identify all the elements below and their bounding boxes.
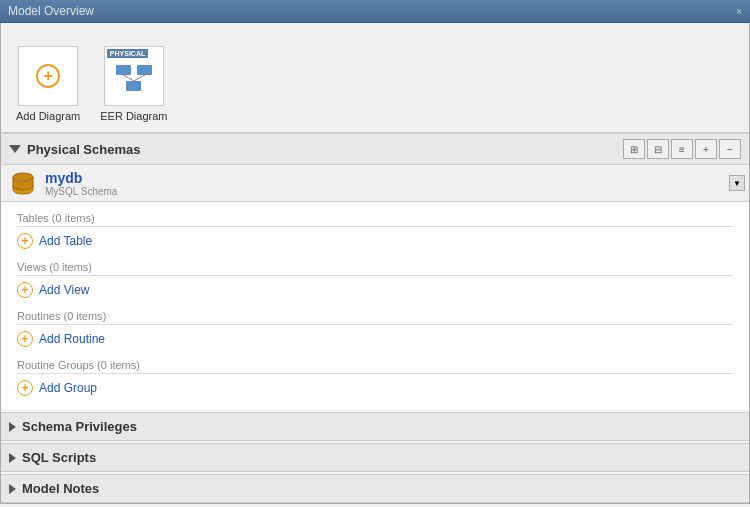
views-label: Views (0 items) (17, 257, 733, 276)
model-notes-expand-icon (9, 484, 16, 494)
schema-name: mydb (45, 170, 117, 186)
remove-schema-button[interactable]: − (719, 139, 741, 159)
schema-privileges-section[interactable]: Schema Privileges (1, 412, 749, 441)
title-bar-text: Model Overview (8, 4, 736, 18)
add-table-row[interactable]: + Add Table (17, 229, 733, 253)
add-view-label: Add View (39, 283, 89, 297)
model-notes-section[interactable]: Model Notes (1, 474, 749, 503)
svg-rect-1 (137, 65, 152, 75)
routines-label: Routines (0 items) (17, 306, 733, 325)
routine-groups-count: (0 items) (97, 359, 140, 371)
routine-groups-label: Routine Groups (0 items) (17, 355, 733, 374)
add-view-row[interactable]: + Add View (17, 278, 733, 302)
schema-bar[interactable]: mydb MySQL Schema ▼ (1, 165, 749, 202)
sql-scripts-label: SQL Scripts (22, 450, 96, 465)
add-diagram-item[interactable]: + Add Diagram (16, 46, 80, 122)
add-circle-icon: + (36, 64, 60, 88)
schema-info: mydb MySQL Schema (45, 170, 117, 197)
main-container: + Add Diagram PHYSICAL EER Diagram (0, 23, 750, 504)
title-bar: Model Overview × (0, 0, 750, 23)
svg-point-5 (13, 173, 33, 181)
svg-line-3 (123, 75, 134, 81)
schema-dropdown-button[interactable]: ▼ (729, 175, 745, 191)
add-group-label: Add Group (39, 381, 97, 395)
close-icon[interactable]: × (736, 6, 742, 17)
tables-label: Tables (0 items) (17, 208, 733, 227)
eer-diagram-icon: PHYSICAL (104, 46, 164, 106)
physical-schemas-header-left: Physical Schemas (9, 142, 140, 157)
tables-count: (0 items) (52, 212, 95, 224)
schema-privileges-label: Schema Privileges (22, 419, 137, 434)
svg-line-4 (134, 75, 145, 81)
views-count: (0 items) (49, 261, 92, 273)
add-group-icon: + (17, 380, 33, 396)
database-icon (9, 169, 37, 197)
physical-schemas-title: Physical Schemas (27, 142, 140, 157)
add-diagram-icon: + (18, 46, 78, 106)
svg-rect-2 (126, 81, 141, 91)
routines-count: (0 items) (63, 310, 106, 322)
physical-schemas-header: Physical Schemas ⊞ ⊟ ≡ + − (1, 133, 749, 165)
add-table-label: Add Table (39, 234, 92, 248)
section-header-buttons: ⊞ ⊟ ≡ + − (623, 139, 741, 159)
view-list-icon[interactable]: ≡ (671, 139, 693, 159)
view-grid-icon[interactable]: ⊟ (647, 139, 669, 159)
add-group-row[interactable]: + Add Group (17, 376, 733, 400)
add-diagram-label: Add Diagram (16, 110, 80, 122)
diagram-area: + Add Diagram PHYSICAL EER Diagram (1, 23, 749, 133)
collapse-toggle-icon[interactable] (9, 145, 21, 153)
physical-tag: PHYSICAL (107, 49, 148, 58)
add-routine-row[interactable]: + Add Routine (17, 327, 733, 351)
model-notes-label: Model Notes (22, 481, 99, 496)
sql-scripts-section[interactable]: SQL Scripts (1, 443, 749, 472)
eer-diagram-label: EER Diagram (100, 110, 167, 122)
sql-scripts-expand-icon (9, 453, 16, 463)
schema-privileges-expand-icon (9, 422, 16, 432)
eer-diagram-item[interactable]: PHYSICAL EER Diagram (100, 46, 167, 122)
add-routine-icon: + (17, 331, 33, 347)
add-table-icon: + (17, 233, 33, 249)
add-view-icon: + (17, 282, 33, 298)
add-routine-label: Add Routine (39, 332, 105, 346)
add-schema-button[interactable]: + (695, 139, 717, 159)
schema-subtitle: MySQL Schema (45, 186, 117, 197)
view-large-icon[interactable]: ⊞ (623, 139, 645, 159)
content-area: Tables (0 items) + Add Table Views (0 it… (1, 202, 749, 410)
svg-rect-0 (116, 65, 131, 75)
